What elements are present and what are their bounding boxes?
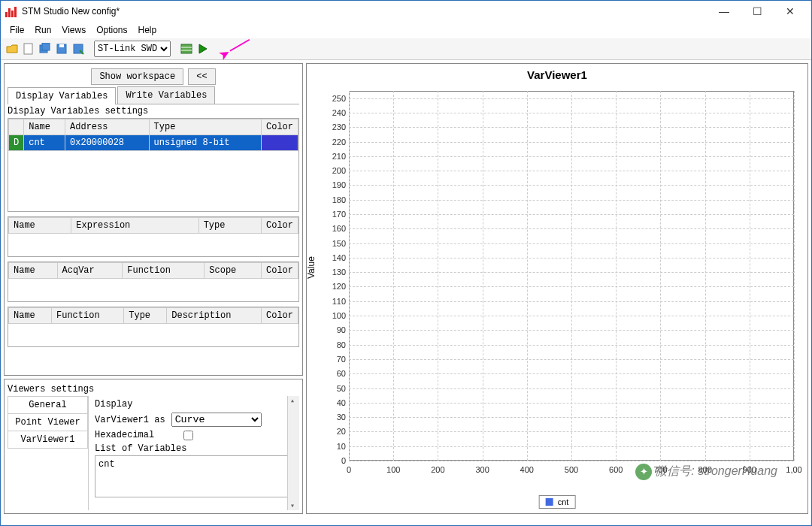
y-tick: 140: [322, 253, 346, 262]
acquisition-table[interactable]: Name AcqVar Function Scope Color: [8, 261, 299, 302]
minimize-button[interactable]: —: [707, 1, 741, 22]
col-color[interactable]: Color: [261, 308, 298, 324]
save-icon[interactable]: [55, 42, 68, 56]
close-button[interactable]: ✕: [774, 1, 807, 22]
y-axis-label: Value: [306, 256, 317, 279]
col-name[interactable]: Name: [24, 119, 65, 135]
col-function[interactable]: Function: [52, 308, 124, 324]
col-function[interactable]: Function: [123, 263, 205, 279]
gridline-v: [527, 91, 528, 461]
col-color[interactable]: Color: [261, 263, 298, 279]
display-as-label: VarViewer1 as: [95, 415, 165, 425]
y-tick: 150: [322, 239, 346, 248]
app-icon: [5, 5, 17, 17]
col-name[interactable]: Name: [9, 308, 52, 324]
svg-rect-6: [181, 44, 192, 53]
y-tick: 170: [322, 210, 346, 219]
x-tick: 100: [386, 465, 400, 474]
menu-views[interactable]: Views: [57, 23, 90, 37]
connection-select[interactable]: ST-Link SWD: [94, 41, 171, 57]
menu-file[interactable]: File: [5, 23, 29, 37]
list-of-variables[interactable]: cnt: [95, 455, 293, 497]
new-icon[interactable]: [22, 42, 35, 56]
variables-table[interactable]: Name Address Type Color D cnt 0x20000028…: [8, 118, 299, 212]
col-scope[interactable]: Scope: [205, 263, 262, 279]
y-tick: 240: [322, 108, 346, 117]
y-tick: 100: [322, 311, 346, 320]
menu-run[interactable]: Run: [30, 23, 56, 37]
scrollbar[interactable]: [287, 396, 299, 510]
menubar: File Run Views Options Help: [1, 22, 811, 38]
expressions-table[interactable]: Name Expression Type Color: [8, 216, 299, 257]
col-expression[interactable]: Expression: [71, 218, 198, 234]
y-tick: 70: [322, 355, 346, 364]
display-as-select[interactable]: Curve: [171, 413, 262, 427]
display-group-label: Display: [95, 399, 293, 410]
viewers-settings-label: Viewers settings: [8, 382, 299, 396]
svg-rect-2: [42, 43, 50, 50]
col-name[interactable]: Name: [9, 218, 71, 234]
menu-help[interactable]: Help: [134, 23, 162, 37]
x-tick: 500: [565, 465, 578, 474]
hex-label: Hexadecimal: [95, 430, 177, 440]
table-row[interactable]: D cnt 0x20000028 unsigned 8-bit: [9, 135, 298, 151]
y-tick: 0: [322, 456, 346, 465]
y-tick: 200: [322, 166, 346, 175]
y-tick: 160: [322, 224, 346, 233]
legend-label: cnt: [558, 497, 569, 506]
maximize-button[interactable]: ☐: [741, 1, 774, 22]
menu-options[interactable]: Options: [92, 23, 132, 37]
col-name[interactable]: Name: [9, 263, 58, 279]
y-tick: 60: [322, 369, 346, 378]
y-tick: 90: [322, 325, 346, 334]
save-all-icon[interactable]: [38, 42, 52, 56]
col-color[interactable]: Color: [261, 119, 298, 135]
save-as-icon[interactable]: [71, 42, 85, 56]
gridline-h: [349, 461, 794, 461]
titlebar: STM Studio New config* — ☐ ✕: [1, 1, 811, 22]
col-color[interactable]: Color: [261, 218, 298, 234]
watermark: ✦微信号: strongerHuang: [635, 464, 777, 480]
col-type[interactable]: Type: [198, 218, 261, 234]
collapse-button[interactable]: <<: [188, 68, 215, 85]
svg-rect-4: [59, 44, 64, 47]
y-tick: 10: [322, 442, 346, 451]
gridline-v: [616, 91, 617, 461]
col-address[interactable]: Address: [65, 119, 150, 135]
show-workspace-button[interactable]: Show workspace: [91, 68, 183, 85]
gridline-v: [750, 91, 750, 461]
open-icon[interactable]: [5, 42, 19, 56]
list-item[interactable]: cnt: [98, 459, 289, 470]
dv-settings-label: Display Variables settings: [8, 104, 299, 118]
gridline-v: [349, 91, 350, 461]
viewers-tab-point[interactable]: Point Viewer: [8, 413, 88, 431]
col-type[interactable]: Type: [149, 119, 261, 135]
hex-checkbox[interactable]: [183, 431, 193, 440]
tab-write-variables[interactable]: Write Variables: [117, 86, 215, 104]
gridline-v: [438, 91, 438, 461]
x-tick: 400: [520, 465, 534, 474]
col-acqvar[interactable]: AcqVar: [57, 263, 123, 279]
y-tick: 120: [322, 282, 346, 291]
gridline-v: [571, 91, 572, 461]
y-tick: 30: [322, 413, 346, 422]
chart-panel: VarViewer1 Value 01020304050607080901001…: [306, 63, 808, 514]
y-tick: 110: [322, 297, 346, 306]
chart-legend: cnt: [539, 495, 576, 509]
lov-label: List of Variables: [95, 443, 293, 454]
tab-display-variables[interactable]: Display Variables: [8, 87, 116, 104]
col-type[interactable]: Type: [124, 308, 167, 324]
viewers-tab-general[interactable]: General: [8, 396, 88, 413]
col-description[interactable]: Description: [167, 308, 262, 324]
y-tick: 130: [322, 268, 346, 277]
y-tick: 220: [322, 138, 346, 147]
y-tick: 20: [322, 427, 346, 436]
y-tick: 250: [322, 94, 346, 103]
y-tick: 180: [322, 195, 346, 204]
window-title: STM Studio New config*: [22, 6, 707, 17]
viewers-tab-varviewer1[interactable]: VarViewer1: [8, 431, 88, 449]
run-icon[interactable]: [196, 42, 210, 56]
functions-table[interactable]: Name Function Type Description Color: [8, 307, 299, 347]
x-tick: 0: [347, 465, 351, 474]
config-icon[interactable]: [180, 42, 193, 56]
